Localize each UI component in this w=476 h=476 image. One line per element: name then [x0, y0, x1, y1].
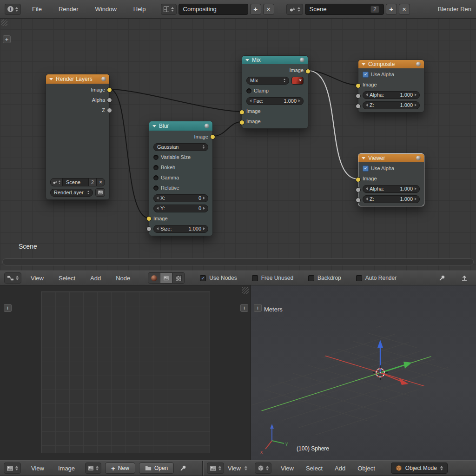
- decrement-arrow-icon[interactable]: [366, 93, 368, 96]
- socket-alpha-input[interactable]: [356, 93, 361, 99]
- increment-arrow-icon[interactable]: [298, 99, 300, 102]
- free-unused-toggle[interactable]: Free Unused: [252, 275, 293, 281]
- viewer-z-field[interactable]: Z: 1.000: [363, 195, 420, 203]
- horizontal-scrollbar[interactable]: [2, 258, 474, 265]
- use-nodes-toggle[interactable]: Use Nodes: [200, 275, 237, 281]
- menu-select[interactable]: Select: [59, 275, 75, 282]
- increment-arrow-icon[interactable]: [203, 227, 205, 230]
- browse-layout-button[interactable]: [161, 4, 177, 15]
- shader-nodes-toggle[interactable]: [148, 273, 160, 283]
- socket-image-input[interactable]: [146, 216, 152, 221]
- collapse-icon[interactable]: [152, 125, 156, 127]
- go-to-parent-button[interactable]: [459, 272, 470, 284]
- menu-help[interactable]: Help: [133, 6, 146, 13]
- texture-nodes-toggle[interactable]: [172, 273, 185, 283]
- socket-size-input[interactable]: [146, 226, 152, 231]
- socket-image-input[interactable]: [356, 83, 361, 88]
- free-unused-checkbox[interactable]: [252, 275, 258, 281]
- socket-image-output[interactable]: [305, 69, 311, 74]
- collapse-icon[interactable]: [362, 63, 365, 66]
- viewport-3d-area[interactable]: + Meters: [251, 285, 476, 460]
- composite-alpha-field[interactable]: Alpha: 1.000: [363, 91, 420, 99]
- node-mix-header[interactable]: Mix: [242, 56, 308, 64]
- menu-add[interactable]: Add: [335, 465, 345, 472]
- editor-type-button-3dview[interactable]: [255, 463, 271, 474]
- node-editor-area[interactable]: + Render Layers Image Alpha Z: [0, 19, 476, 271]
- socket-z-output[interactable]: [107, 108, 112, 113]
- pin-button[interactable]: [436, 272, 448, 284]
- add-layout-button[interactable]: [250, 4, 261, 15]
- auto-render-toggle[interactable]: Auto Render: [356, 275, 397, 281]
- checkbox-variable-size[interactable]: [153, 155, 159, 160]
- checkbox-bokeh[interactable]: [153, 165, 159, 170]
- open-image-button[interactable]: Open: [139, 463, 174, 474]
- image-editor-area[interactable]: + +: [0, 285, 251, 460]
- increment-arrow-icon[interactable]: [203, 197, 205, 199]
- menu-object[interactable]: Object: [357, 465, 375, 472]
- menu-node[interactable]: Node: [116, 275, 130, 282]
- blur-y-field[interactable]: Y: 0: [153, 205, 208, 212]
- collapse-icon[interactable]: [362, 157, 365, 159]
- increment-arrow-icon[interactable]: [415, 198, 416, 200]
- menu-add[interactable]: Add: [90, 275, 101, 282]
- node-viewer[interactable]: Viewer Use Alpha Image Alpha: 1.000: [358, 153, 424, 206]
- menu-view[interactable]: View: [281, 465, 294, 472]
- panel-expand-button-left[interactable]: +: [4, 304, 12, 312]
- viewer-alpha-field[interactable]: Alpha: 1.000: [363, 185, 420, 193]
- socket-z-input[interactable]: [356, 104, 361, 109]
- new-render-layer-button[interactable]: [95, 188, 105, 197]
- editor-type-button-image[interactable]: [4, 463, 21, 474]
- socket-image2-input[interactable]: [239, 120, 245, 125]
- new-image-button[interactable]: New: [105, 463, 135, 474]
- checkbox-relative[interactable]: [153, 185, 159, 191]
- menu-render[interactable]: Render: [59, 6, 79, 13]
- node-render-layers[interactable]: Render Layers Image Alpha Z Scene 2: [46, 74, 110, 200]
- socket-alpha-input[interactable]: [356, 187, 361, 192]
- composite-z-field[interactable]: Z: 1.000: [363, 101, 420, 109]
- blur-size-field[interactable]: Size: 1.000: [153, 225, 208, 233]
- editor-type-button-node[interactable]: [4, 272, 21, 284]
- compositing-nodes-toggle[interactable]: [160, 273, 172, 283]
- editor-type-button-image-2[interactable]: [207, 463, 224, 474]
- socket-image-input[interactable]: [356, 177, 361, 182]
- blur-x-field[interactable]: X: 0: [153, 194, 208, 202]
- add-scene-button[interactable]: [386, 4, 397, 15]
- increment-arrow-icon[interactable]: [415, 104, 416, 106]
- node-viewer-header[interactable]: Viewer: [358, 154, 424, 162]
- layout-name-field[interactable]: Compositing: [178, 4, 248, 15]
- decrement-arrow-icon[interactable]: [157, 227, 159, 230]
- backdrop-checkbox[interactable]: [308, 275, 314, 281]
- pin-button[interactable]: [178, 463, 189, 474]
- noodle-blur-to-mix[interactable]: [213, 122, 242, 136]
- checkbox-clamp[interactable]: [246, 88, 251, 93]
- backdrop-toggle[interactable]: Backdrop: [308, 275, 341, 281]
- use-nodes-checkbox[interactable]: [200, 275, 206, 281]
- editor-type-button-info[interactable]: i: [5, 4, 21, 15]
- socket-image-output[interactable]: [210, 134, 215, 139]
- node-blur-header[interactable]: Blur: [149, 121, 212, 131]
- menu-file[interactable]: File: [32, 6, 42, 13]
- decrement-arrow-icon[interactable]: [366, 187, 368, 190]
- panel-expand-button-right[interactable]: +: [240, 304, 248, 312]
- socket-image1-input[interactable]: [239, 110, 245, 115]
- node-composite-header[interactable]: Composite: [358, 60, 424, 68]
- browse-image-button[interactable]: [85, 463, 101, 474]
- socket-alpha-output[interactable]: [107, 98, 112, 103]
- checkbox-use-alpha[interactable]: [363, 72, 369, 78]
- checkbox-gamma[interactable]: [153, 175, 159, 180]
- delete-scene-button[interactable]: [399, 4, 410, 15]
- menu-view[interactable]: View: [31, 465, 44, 472]
- node-mix[interactable]: Mix Image Mix Clamp Fac:: [242, 55, 308, 129]
- noodle-mix-to-viewer[interactable]: [308, 71, 358, 179]
- color-swatch-button[interactable]: [291, 77, 304, 85]
- auto-render-checkbox[interactable]: [356, 275, 362, 281]
- node-render-layers-header[interactable]: Render Layers: [46, 74, 109, 84]
- noodle-renderlayers-to-mix[interactable]: [110, 89, 242, 112]
- mix-fac-field[interactable]: Fac: 1.000: [246, 97, 304, 105]
- node-composite[interactable]: Composite Use Alpha Image Alpha: 1.000: [358, 60, 424, 112]
- menu-window[interactable]: Window: [95, 6, 117, 13]
- node-blur[interactable]: Blur Image Gaussian Variable Size Bokeh …: [149, 121, 213, 236]
- increment-arrow-icon[interactable]: [415, 187, 416, 190]
- unlink-scene-icon[interactable]: [96, 178, 105, 186]
- mix-blend-mode-dropdown[interactable]: Mix: [246, 77, 289, 85]
